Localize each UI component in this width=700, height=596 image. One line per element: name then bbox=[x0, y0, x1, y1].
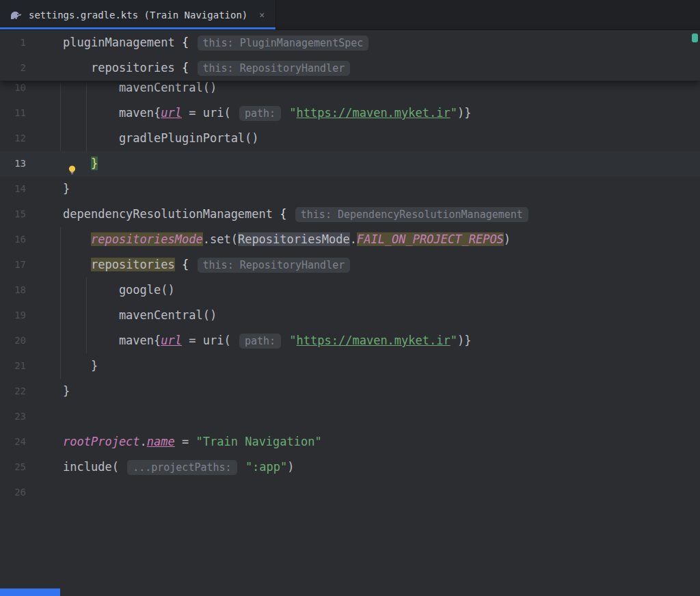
code-token: = uri( bbox=[182, 106, 238, 120]
line-number: 26 bbox=[0, 480, 60, 505]
code-line-1[interactable]: 1pluginManagement { this: PluginManageme… bbox=[0, 30, 700, 55]
code-line-12[interactable]: 12 gradlePluginPortal() bbox=[0, 126, 700, 151]
line-number: 15 bbox=[0, 202, 60, 227]
code-token: pluginManagement bbox=[63, 36, 182, 49]
tab-settings-gradle-kts[interactable]: settings.gradle.kts (Train Navigation) ✕ bbox=[0, 0, 276, 29]
code-token: mavenCentral() bbox=[63, 81, 217, 94]
line-number: 1 bbox=[0, 30, 60, 55]
line-number: 22 bbox=[0, 379, 60, 404]
code-text: maven{url = uri( path: "https://maven.my… bbox=[63, 100, 471, 126]
line-number: 18 bbox=[0, 277, 60, 303]
inlay-hint: path: bbox=[239, 334, 281, 349]
code-token: maven{ bbox=[63, 106, 161, 120]
code-token bbox=[282, 334, 289, 347]
code-token: { bbox=[280, 207, 286, 221]
code-line-19[interactable]: 19 mavenCentral() bbox=[0, 303, 700, 328]
inlay-hint: this: DependencyResolutionManagement bbox=[295, 207, 528, 222]
editor[interactable]: 10 mavenCentral()11 maven{url = uri( pat… bbox=[0, 30, 700, 596]
editor-tab-bar: settings.gradle.kts (Train Navigation) ✕ bbox=[0, 0, 700, 30]
code-line-16[interactable]: 16 repositoriesMode.set(RepositoriesMode… bbox=[0, 227, 700, 252]
line-number: 14 bbox=[0, 176, 60, 202]
code-area[interactable]: 10 mavenCentral()11 maven{url = uri( pat… bbox=[0, 30, 700, 505]
code-token: dependencyResolutionManagement bbox=[63, 207, 280, 221]
line-number: 20 bbox=[0, 328, 60, 353]
code-line-2[interactable]: 2 repositories { this: RepositoryHandler bbox=[0, 55, 700, 81]
line-number: 21 bbox=[0, 353, 60, 379]
code-token bbox=[287, 207, 294, 221]
line-number: 2 bbox=[0, 55, 60, 81]
code-line-23[interactable]: 23 bbox=[0, 404, 700, 429]
tab-close-icon[interactable]: ✕ bbox=[259, 10, 265, 20]
code-token: maven{ bbox=[63, 334, 161, 347]
code-text: pluginManagement { this: PluginManagemen… bbox=[63, 30, 370, 55]
code-text: google() bbox=[63, 277, 175, 303]
code-line-11[interactable]: 11 maven{url = uri( path: "https://maven… bbox=[0, 100, 700, 126]
line-number: 17 bbox=[0, 252, 60, 277]
bottom-left-blue-bar bbox=[0, 588, 60, 596]
code-token: )} bbox=[457, 334, 471, 347]
code-token: ) bbox=[287, 460, 294, 474]
code-text: gradlePluginPortal() bbox=[63, 126, 259, 151]
code-token bbox=[63, 258, 91, 271]
code-line-13[interactable]: 13 } bbox=[0, 151, 700, 176]
code-text: maven{url = uri( path: "https://maven.my… bbox=[63, 328, 471, 353]
code-token: gradlePluginPortal() bbox=[63, 131, 259, 145]
code-text: dependencyResolutionManagement { this: D… bbox=[63, 202, 530, 227]
intention-bulb-icon[interactable] bbox=[67, 159, 77, 169]
code-line-17[interactable]: 17 repositories { this: RepositoryHandle… bbox=[0, 252, 700, 277]
code-text: repositoriesMode.set(RepositoriesMode.FA… bbox=[63, 227, 511, 252]
code-token: RepositoriesMode bbox=[238, 232, 350, 246]
code-token bbox=[189, 61, 196, 74]
code-line-15[interactable]: 15dependencyResolutionManagement { this:… bbox=[0, 202, 700, 227]
code-line-25[interactable]: 25include( ...projectPaths: ":app") bbox=[0, 455, 700, 480]
code-line-21[interactable]: 21 } bbox=[0, 353, 700, 379]
line-number: 11 bbox=[0, 100, 60, 126]
line-number: 16 bbox=[0, 227, 60, 252]
code-token: include( bbox=[63, 460, 126, 474]
code-token bbox=[239, 460, 245, 474]
code-token: "Train Navigation" bbox=[196, 435, 322, 448]
inlay-hint: path: bbox=[239, 106, 281, 121]
code-token: ) bbox=[504, 232, 511, 246]
line-number: 13 bbox=[0, 151, 60, 176]
code-token: } bbox=[63, 384, 70, 398]
code-token: { bbox=[182, 61, 189, 74]
code-token: } bbox=[63, 359, 98, 372]
code-token: rootProject bbox=[63, 435, 140, 448]
code-token: ":app" bbox=[245, 460, 287, 474]
line-number: 24 bbox=[0, 429, 60, 455]
code-token: = uri( bbox=[182, 334, 238, 347]
code-token bbox=[282, 106, 289, 120]
code-token: } bbox=[63, 182, 70, 195]
code-token: . bbox=[350, 232, 357, 246]
code-line-26[interactable]: 26 bbox=[0, 480, 700, 505]
code-token: " bbox=[289, 334, 296, 347]
code-line-22[interactable]: 22} bbox=[0, 379, 700, 404]
code-token: url bbox=[161, 334, 182, 347]
code-token: = bbox=[175, 435, 196, 448]
code-text: mavenCentral() bbox=[63, 303, 217, 328]
code-line-24[interactable]: 24rootProject.name = "Train Navigation" bbox=[0, 429, 700, 455]
code-token: url bbox=[161, 106, 182, 120]
scrollbar-analysis-marker[interactable] bbox=[692, 33, 698, 42]
code-token: FAIL_ON_PROJECT_REPOS bbox=[357, 232, 504, 246]
code-token: { bbox=[182, 258, 189, 271]
inlay-hint: ...projectPaths: bbox=[127, 460, 237, 475]
code-token: https://maven.myket.ir bbox=[297, 106, 450, 120]
line-number: 25 bbox=[0, 455, 60, 480]
line-number: 12 bbox=[0, 126, 60, 151]
code-token bbox=[189, 36, 196, 49]
code-line-20[interactable]: 20 maven{url = uri( path: "https://maven… bbox=[0, 328, 700, 353]
code-token bbox=[63, 232, 91, 246]
code-token: " bbox=[450, 106, 457, 120]
code-text: } bbox=[63, 176, 70, 202]
code-text: } bbox=[63, 379, 70, 404]
code-text: repositories { this: RepositoryHandler bbox=[63, 55, 351, 81]
code-token bbox=[175, 258, 182, 271]
code-line-18[interactable]: 18 google() bbox=[0, 277, 700, 303]
code-token: . bbox=[140, 435, 147, 448]
code-token: repositoriesMode bbox=[91, 232, 203, 246]
line-number: 23 bbox=[0, 404, 60, 429]
code-line-14[interactable]: 14} bbox=[0, 176, 700, 202]
code-text: rootProject.name = "Train Navigation" bbox=[63, 429, 322, 455]
